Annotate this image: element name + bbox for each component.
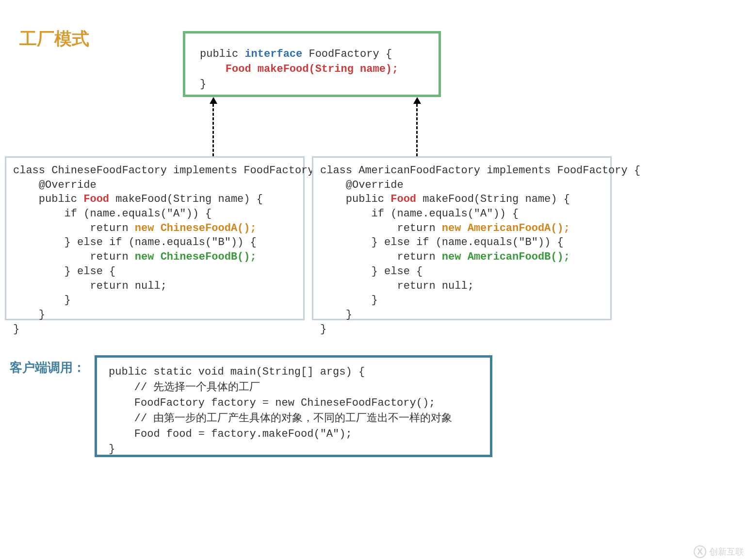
diagram-title: 工厂模式 — [19, 27, 89, 51]
code-text: public — [13, 193, 83, 205]
interface-code-box: public interface FoodFactory { Food make… — [183, 31, 441, 97]
code-line: } — [320, 322, 603, 337]
code-line: return new AmericanFoodB(); — [320, 250, 603, 264]
code-line: } else { — [320, 264, 603, 279]
code-line: return new ChineseFoodA(); — [13, 221, 296, 236]
watermark-text: 创新互联 — [709, 547, 744, 557]
code-text: return — [320, 222, 442, 234]
return-type: Food — [83, 193, 109, 205]
code-line: return new ChineseFoodB(); — [13, 250, 296, 264]
code-line: public static void main(String[] args) { — [109, 364, 478, 380]
code-line: public interface FoodFactory { — [200, 47, 424, 62]
new-expression: new AmericanFoodB(); — [442, 251, 570, 263]
code-line: return new AmericanFoodA(); — [320, 221, 603, 236]
code-text: return — [13, 251, 135, 263]
keyword-interface: interface — [244, 48, 302, 60]
code-line: } else { — [13, 264, 296, 279]
code-line: } — [13, 308, 296, 322]
code-line: @Override — [320, 178, 603, 193]
arrow-line-right — [416, 104, 418, 156]
code-line: if (name.equals("A")) { — [320, 207, 603, 221]
watermark-icon: X — [694, 545, 706, 558]
code-line: } — [320, 293, 603, 308]
code-line: } — [13, 322, 296, 337]
code-line: public Food makeFood(String name) { — [13, 192, 296, 207]
code-text: makeFood(String name) { — [416, 193, 570, 205]
code-line: class ChineseFoodFactory implements Food… — [13, 164, 296, 178]
code-line: } — [320, 308, 603, 322]
code-line: FoodFactory factory = new ChineseFoodFac… — [109, 395, 478, 411]
code-line: // 由第一步的工厂产生具体的对象，不同的工厂造出不一样的对象 — [109, 411, 478, 427]
arrow-head-right — [413, 97, 421, 104]
code-line: Food makeFood(String name); — [200, 62, 424, 77]
code-line: if (name.equals("A")) { — [13, 207, 296, 221]
arrow-line-left — [212, 104, 214, 156]
code-line: public Food makeFood(String name) { — [320, 192, 603, 207]
code-text: return — [13, 222, 135, 234]
code-text: public — [320, 193, 390, 205]
code-text: makeFood(String name) { — [109, 193, 263, 205]
code-line: } else if (name.equals("B")) { — [13, 235, 296, 250]
code-line: } — [200, 77, 424, 92]
code-line: return null; — [320, 279, 603, 294]
arrow-head-left — [210, 97, 217, 104]
code-line: Food food = factory.makeFood("A"); — [109, 427, 478, 442]
method-signature: Food makeFood(String name); — [226, 63, 398, 75]
code-line: } — [13, 293, 296, 308]
code-line: } else if (name.equals("B")) { — [320, 235, 603, 250]
code-line: // 先选择一个具体的工厂 — [109, 380, 478, 395]
new-expression: new ChineseFoodB(); — [135, 251, 257, 263]
new-expression: new AmericanFoodA(); — [442, 222, 570, 234]
code-text: FoodFactory { — [302, 48, 392, 60]
american-factory-code-box: class AmericanFoodFactory implements Foo… — [312, 156, 612, 320]
client-code-box: public static void main(String[] args) {… — [95, 355, 492, 457]
return-type: Food — [390, 193, 416, 205]
client-call-title: 客户端调用： — [10, 359, 85, 376]
code-line: return null; — [13, 279, 296, 294]
new-expression: new ChineseFoodA(); — [135, 222, 257, 234]
code-line: @Override — [13, 178, 296, 193]
code-line: } — [109, 442, 478, 457]
watermark: X 创新互联 — [694, 545, 744, 558]
code-text: return — [320, 251, 442, 263]
code-text: public — [200, 48, 244, 60]
chinese-factory-code-box: class ChineseFoodFactory implements Food… — [5, 156, 305, 320]
code-line: class AmericanFoodFactory implements Foo… — [320, 164, 603, 178]
